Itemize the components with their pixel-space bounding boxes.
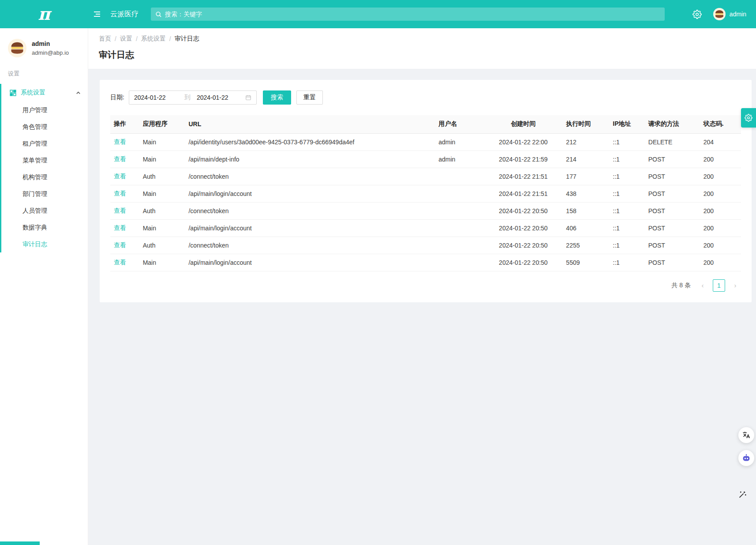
audit-log-table: 操作 应用程序 URL 用户名 创建时间 执行时间 IP地址 请求的方法 状态码… — [110, 115, 741, 271]
cell-exec-time: 214 — [562, 150, 609, 168]
sidebar-item-org-mgmt[interactable]: 机构管理 — [1, 169, 88, 185]
calendar-icon — [245, 94, 251, 101]
table-row: 查看 Main /api/main/login/account 2024-01-… — [110, 254, 741, 271]
magic-wand-widget-button[interactable] — [736, 488, 749, 501]
sidebar-user-card[interactable]: admin admin@abp.io — [0, 28, 88, 65]
table-row: 查看 Auth /connect/token 2024-01-22 20:50 … — [110, 202, 741, 219]
cell-created-time: 2024-01-22 20:50 — [484, 254, 562, 271]
translate-widget-button[interactable] — [738, 427, 754, 443]
cell-username: admin — [435, 150, 484, 168]
search-input[interactable] — [165, 11, 660, 18]
sidebar-item-data-dict[interactable]: 数据字典 — [1, 219, 88, 236]
table-row: 查看 Main /api/main/dept-info admin 2024-0… — [110, 150, 741, 168]
sidebar-item-tenant-mgmt[interactable]: 租户管理 — [1, 135, 88, 152]
filter-bar: 日期: 到 搜索 重置 — [110, 90, 741, 105]
cell-created-time: 2024-01-22 20:50 — [484, 202, 562, 219]
pagination-next-icon[interactable]: › — [730, 280, 741, 291]
col-header-created-time: 创建时间 — [484, 115, 562, 133]
app-logo[interactable]: π — [0, 0, 88, 28]
cell-exec-time: 2255 — [562, 237, 609, 254]
cell-username — [435, 219, 484, 237]
view-link[interactable]: 查看 — [114, 138, 126, 145]
header-user-menu[interactable]: admin — [713, 8, 746, 20]
cell-created-time: 2024-01-22 21:51 — [484, 168, 562, 185]
table-row: 查看 Auth /connect/token 2024-01-22 21:51 … — [110, 168, 741, 185]
cell-created-time: 2024-01-22 21:59 — [484, 150, 562, 168]
sidebar-item-user-mgmt[interactable]: 用户管理 — [1, 101, 88, 118]
table-row: 查看 Main /api/main/login/account 2024-01-… — [110, 185, 741, 202]
sidebar-collapse-trigger[interactable] — [0, 541, 40, 545]
cell-exec-time: 406 — [562, 219, 609, 237]
sidebar-group-header[interactable]: 系统设置 — [1, 84, 88, 101]
cell-created-time: 2024-01-22 21:51 — [484, 185, 562, 202]
cell-ip: ::1 — [609, 237, 645, 254]
sidebar-group-system-settings: 系统设置 用户管理 角色管理 租户管理 菜单管理 机构管理 部门管理 人员管理 … — [0, 84, 88, 252]
main-content: 首页 / 设置 / 系统设置 / 审计日志 审计日志 日期: 到 — [88, 28, 756, 545]
cell-username: admin — [435, 133, 484, 150]
cell-url: /api/main/login/account — [185, 254, 435, 271]
header-search[interactable] — [151, 8, 665, 21]
breadcrumb-separator: / — [169, 35, 171, 42]
sidebar-item-dept-mgmt[interactable]: 部门管理 — [1, 185, 88, 202]
search-icon — [155, 11, 162, 18]
date-range-separator: 到 — [181, 94, 194, 101]
view-link[interactable]: 查看 — [114, 190, 126, 197]
cell-application: Main — [139, 150, 185, 168]
date-from-input[interactable] — [134, 94, 178, 101]
breadcrumb-separator: / — [136, 35, 138, 42]
view-link[interactable]: 查看 — [114, 224, 126, 231]
breadcrumb: 首页 / 设置 / 系统设置 / 审计日志 — [99, 35, 745, 43]
view-link[interactable]: 查看 — [114, 241, 126, 248]
date-range-picker[interactable]: 到 — [129, 90, 257, 105]
gear-icon — [745, 114, 752, 122]
cell-status: 204 — [700, 133, 741, 150]
chevron-up-icon — [76, 90, 81, 95]
app-title: 云派医疗 — [110, 10, 138, 19]
sidebar-user-email: admin@abp.io — [32, 49, 69, 57]
sidebar-item-role-mgmt[interactable]: 角色管理 — [1, 118, 88, 135]
cell-ip: ::1 — [609, 185, 645, 202]
breadcrumb-system-settings[interactable]: 系统设置 — [141, 35, 166, 43]
col-header-action: 操作 — [110, 115, 139, 133]
breadcrumb-audit-log: 审计日志 — [175, 35, 199, 43]
date-to-input[interactable] — [197, 94, 241, 101]
cell-ip: ::1 — [609, 219, 645, 237]
breadcrumb-home[interactable]: 首页 — [99, 35, 111, 43]
cell-username — [435, 168, 484, 185]
cell-method: DELETE — [645, 133, 700, 150]
view-link[interactable]: 查看 — [114, 173, 126, 180]
cell-status: 200 — [700, 150, 741, 168]
cell-username — [435, 254, 484, 271]
reset-button[interactable]: 重置 — [296, 90, 323, 105]
col-header-ip: IP地址 — [609, 115, 645, 133]
pagination-total: 共 8 条 — [671, 282, 691, 289]
sidebar-item-menu-mgmt[interactable]: 菜单管理 — [1, 152, 88, 169]
cell-status: 200 — [700, 219, 741, 237]
audit-log-card: 日期: 到 搜索 重置 操作 应用程序 — [100, 80, 752, 302]
view-link[interactable]: 查看 — [114, 155, 126, 162]
table-row: 查看 Main /api/main/login/account 2024-01-… — [110, 219, 741, 237]
cell-method: POST — [645, 168, 700, 185]
sidebar-item-staff-mgmt[interactable]: 人员管理 — [1, 202, 88, 219]
cell-method: POST — [645, 237, 700, 254]
cell-exec-time: 212 — [562, 133, 609, 150]
sidebar-item-audit-log[interactable]: 审计日志 — [1, 236, 88, 252]
pagination-page-1[interactable]: 1 — [713, 279, 725, 292]
theme-settings-drawer-button[interactable] — [741, 108, 756, 128]
header-username: admin — [730, 11, 746, 18]
breadcrumb-settings[interactable]: 设置 — [120, 35, 132, 43]
cell-created-time: 2024-01-22 22:00 — [484, 133, 562, 150]
view-link[interactable]: 查看 — [114, 259, 126, 266]
appstore-grid-icon — [10, 90, 16, 96]
app-header: π 云派医疗 — [0, 0, 756, 28]
sidebar-group-label: 系统设置 — [21, 89, 45, 97]
menu-fold-icon[interactable] — [88, 0, 106, 28]
header-settings-gear-icon[interactable] — [692, 10, 702, 19]
view-link[interactable]: 查看 — [114, 207, 126, 214]
pagination-prev-icon[interactable]: ‹ — [697, 280, 708, 291]
assistant-widget-button[interactable] — [738, 450, 754, 466]
cell-application: Auth — [139, 237, 185, 254]
search-button[interactable]: 搜索 — [263, 90, 291, 105]
cell-created-time: 2024-01-22 20:50 — [484, 219, 562, 237]
col-header-username: 用户名 — [435, 115, 484, 133]
